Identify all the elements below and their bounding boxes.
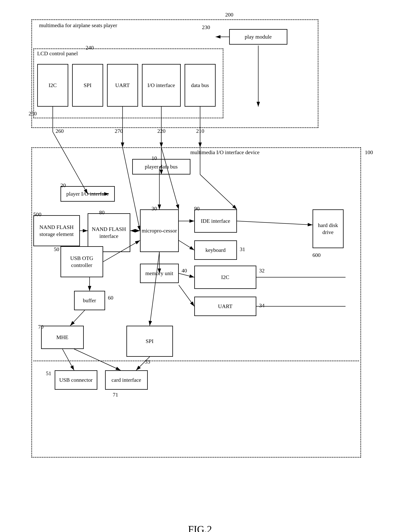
card-interface-box: card interface	[105, 370, 148, 390]
usb-connector-box: USB connector	[55, 370, 97, 390]
ide-interface-label: IDE interface	[201, 217, 230, 224]
label-70: 70	[38, 324, 44, 330]
nand-flash-storage-box: NAND FLASH storage element	[33, 215, 80, 246]
microprocessor-label: micropro-cessor	[142, 227, 177, 234]
fig-label: FIG.2	[188, 524, 212, 532]
play-module-box: play module	[229, 29, 287, 44]
player-io-box: player I/O interface	[61, 186, 115, 202]
nand-flash-interface-label: NAND FLASH interface	[88, 226, 130, 240]
label-40: 40	[182, 267, 187, 274]
usb-otg-box: USB OTG controller	[61, 246, 103, 277]
play-module-label: play module	[245, 33, 272, 40]
memory-unit-box: memory unit	[140, 264, 179, 283]
label-200: 200	[225, 12, 234, 18]
nand-flash-storage-label: NAND FLASH storage element	[34, 224, 79, 238]
data-bus-top-label: data bus	[191, 82, 209, 89]
buffer-label: buffer	[83, 297, 96, 304]
card-interface-label: card interface	[112, 376, 141, 384]
label-210: 210	[196, 128, 204, 134]
label-80: 80	[99, 209, 105, 215]
data-bus-top-box: data bus	[184, 64, 216, 107]
mhe-label: MHE	[56, 334, 68, 341]
label-270: 270	[115, 128, 123, 134]
divider-line	[33, 361, 359, 361]
i2c-top-box: I2C	[37, 64, 68, 107]
hard-disk-drive-box: hard disk drive	[312, 209, 343, 248]
spi-top-box: SPI	[72, 64, 103, 107]
figure-caption: FIG.2	[188, 524, 212, 532]
label-90: 90	[194, 205, 200, 212]
label-100: 100	[365, 149, 373, 156]
label-250: 250	[29, 110, 37, 117]
uart-top-box: UART	[107, 64, 138, 107]
io-interface-top-box: I/O interface	[142, 64, 181, 107]
player-io-label: player I/O interface	[66, 190, 109, 197]
label-260: 260	[56, 128, 64, 134]
io-interface-top-label: I/O interface	[147, 82, 175, 89]
label-10: 10	[152, 155, 157, 161]
buffer-box: buffer	[74, 291, 105, 310]
label-500: 500	[33, 211, 42, 217]
label-230: 230	[202, 24, 210, 31]
label-240: 240	[86, 44, 94, 51]
player-data-bus-box: player data bus	[132, 159, 190, 175]
memory-unit-label: memory unit	[146, 270, 173, 277]
ide-interface-box: IDE interface	[194, 209, 237, 233]
i2c-bottom-box: I2C	[194, 266, 256, 289]
label-220: 220	[158, 128, 165, 134]
i2c-bottom-label: I2C	[221, 274, 229, 281]
label-33: 33	[145, 359, 150, 365]
player-data-bus-label: player data bus	[145, 163, 178, 170]
spi-bottom-box: SPI	[127, 326, 173, 357]
label-32: 32	[259, 267, 265, 274]
multimedia-io-label: multimedia I/O interface device	[190, 149, 260, 156]
uart-top-label: UART	[115, 82, 130, 89]
lcd-label: LCD control panel	[37, 51, 78, 57]
microprocessor-box: micropro-cessor	[140, 209, 179, 252]
usb-connector-label: USB connector	[59, 376, 93, 384]
label-34: 34	[259, 303, 265, 309]
keyboard-label: keyboard	[205, 247, 226, 253]
label-31: 31	[240, 246, 245, 253]
label-30: 30	[152, 205, 157, 212]
uart-bottom-box: UART	[194, 297, 256, 316]
label-60: 60	[108, 295, 114, 301]
label-600: 600	[312, 252, 321, 258]
label-51: 51	[46, 370, 51, 376]
multimedia-player-label: multimedia for airplane seats player	[39, 22, 117, 28]
uart-bottom-label: UART	[218, 303, 233, 310]
usb-otg-label: USB OTG controller	[61, 255, 102, 269]
spi-top-label: SPI	[83, 82, 91, 89]
mhe-box: MHE	[41, 326, 84, 349]
i2c-top-label: I2C	[49, 82, 57, 89]
hard-disk-drive-label: hard disk drive	[313, 222, 343, 236]
keyboard-box: keyboard	[194, 241, 237, 260]
spi-bottom-label: SPI	[146, 338, 153, 345]
label-50: 50	[54, 246, 59, 253]
label-20: 20	[61, 182, 66, 189]
label-71: 71	[113, 392, 118, 398]
